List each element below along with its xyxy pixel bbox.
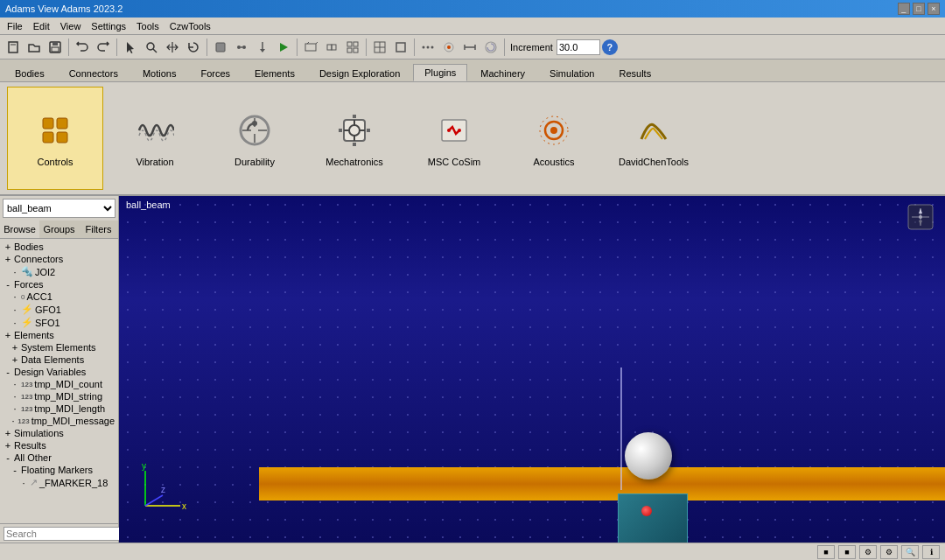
svg-point-27 (427, 46, 430, 48)
controls-label: Controls (38, 157, 74, 167)
tree-mdi-length[interactable]: · 123 tmp_MDI_length (0, 402, 118, 415)
tree-mdi-message[interactable]: · 123 tmp_MDI_message (0, 415, 118, 427)
tb-extra[interactable] (481, 38, 500, 57)
tab-motions[interactable]: Motions (131, 65, 188, 81)
title-text: Adams View Adams 2023.2 (5, 4, 122, 14)
tree-bodies[interactable]: + Bodies (0, 241, 118, 253)
tree-mdi-count[interactable]: · 123 tmp_MDI_count (0, 378, 118, 390)
tree-joi2[interactable]: · 🔩 JOI2 (0, 265, 118, 278)
ribbon-vibration[interactable]: Vibration (107, 87, 203, 190)
tb-view1[interactable] (301, 38, 320, 57)
center-block (618, 494, 688, 542)
ribbon-mechatronics[interactable]: Mechatronics (306, 87, 402, 190)
tree-gfo1[interactable]: · ⚡ GFO1 (0, 303, 118, 316)
tb-body[interactable] (211, 38, 230, 57)
svg-rect-19 (354, 42, 358, 46)
increment-input[interactable] (556, 39, 600, 55)
tb-new[interactable] (4, 38, 23, 57)
tb-grid[interactable] (370, 38, 389, 57)
tab-forces[interactable]: Forces (189, 65, 242, 81)
tb-snap[interactable] (439, 38, 458, 57)
menu-edit[interactable]: Edit (28, 19, 55, 33)
tree-data-elements[interactable]: + Data Elements (0, 354, 118, 366)
close-button[interactable]: × (928, 3, 940, 15)
tree-results[interactable]: + Results (0, 439, 118, 452)
status-btn-6[interactable]: ℹ (922, 545, 940, 559)
mechatronics-label: Mechatronics (326, 157, 382, 167)
tree-system-elements[interactable]: + System Elements (0, 341, 118, 354)
svg-rect-37 (57, 132, 67, 143)
menu-file[interactable]: File (2, 19, 28, 33)
svg-rect-18 (347, 42, 352, 46)
tree-acc1[interactable]: · 0 ACC1 (0, 290, 118, 303)
status-btn-3[interactable]: ⚙ (859, 545, 877, 559)
tb-force[interactable] (253, 38, 272, 57)
tb-undo[interactable] (73, 38, 92, 57)
panel-tab-groups[interactable]: Groups (39, 220, 79, 238)
svg-point-55 (447, 129, 451, 132)
tree-elements[interactable]: + Elements (0, 329, 118, 341)
status-btn-2[interactable]: ■ (838, 545, 856, 559)
tb-view3[interactable] (343, 38, 362, 57)
status-btn-1[interactable]: ■ (817, 545, 835, 559)
tb-redo[interactable] (94, 38, 113, 57)
tb-simulation[interactable] (274, 38, 293, 57)
tb-more1[interactable] (418, 38, 438, 57)
tb-rotate[interactable] (184, 38, 203, 57)
toolbar-sep-4 (297, 38, 298, 56)
tree-floating-markers[interactable]: - Floating Markers (0, 464, 118, 476)
svg-line-62 (145, 495, 163, 506)
acoustics-icon (533, 109, 575, 151)
viewport[interactable]: ball_beam x y z (119, 196, 945, 542)
tb-open[interactable] (24, 38, 44, 57)
search-input[interactable] (4, 527, 130, 541)
status-btn-4[interactable]: ⚙ (880, 545, 898, 559)
tab-plugins[interactable]: Plugins (413, 64, 467, 81)
tb-zoom[interactable] (142, 38, 161, 57)
tb-pan[interactable] (163, 38, 182, 57)
tb-view2[interactable] (322, 38, 341, 57)
menu-settings[interactable]: Settings (86, 19, 131, 33)
ribbon-durability[interactable]: Durability (206, 87, 303, 190)
tb-connector[interactable] (232, 38, 251, 57)
tab-results[interactable]: Results (607, 65, 662, 81)
tree-all-other[interactable]: - All Other (0, 452, 118, 464)
tb-wireframe[interactable] (391, 38, 410, 57)
tab-machinery[interactable]: Machinery (469, 65, 536, 81)
tree-design-variables[interactable]: - Design Variables (0, 366, 118, 378)
maximize-button[interactable]: □ (913, 3, 925, 15)
menu-view[interactable]: View (55, 19, 87, 33)
tree-fmarker-18[interactable]: · ↗ _FMARKER_18 (0, 476, 118, 489)
svg-point-26 (423, 46, 425, 48)
tab-elements[interactable]: Elements (243, 65, 306, 81)
status-btn-5[interactable]: 🔍 (901, 545, 919, 559)
increment-label: Increment (510, 42, 553, 52)
tb-select[interactable] (121, 38, 140, 57)
vibration-label: Vibration (136, 157, 173, 167)
tb-save[interactable] (46, 38, 65, 57)
tab-simulation[interactable]: Simulation (538, 65, 606, 81)
menu-tools[interactable]: Tools (131, 19, 164, 33)
tab-bodies[interactable]: Bodies (4, 65, 56, 81)
ribbon-controls[interactable]: Controls (7, 87, 103, 190)
menu-czwtools[interactable]: CzwTools (164, 19, 216, 33)
tree-connectors[interactable]: + Connectors (0, 253, 118, 265)
model-selector[interactable]: ball_beam (3, 199, 116, 218)
ribbon-davidchen[interactable]: DavidChenTools (606, 87, 702, 190)
ribbon-acoustics[interactable]: Acoustics (506, 87, 602, 190)
panel-tab-browse[interactable]: Browse (0, 220, 39, 238)
panel-tab-filters[interactable]: Filters (79, 220, 118, 238)
tree-simulations[interactable]: + Simulations (0, 427, 118, 439)
tb-measure[interactable] (460, 38, 480, 57)
tab-design-exploration[interactable]: Design Exploration (308, 65, 411, 81)
help-button[interactable]: ? (602, 39, 618, 55)
ribbon-msc-cosim[interactable]: MSC CoSim (406, 87, 502, 190)
minimize-button[interactable]: _ (898, 3, 910, 15)
tree-mdi-string[interactable]: · 123 tmp_MDI_string (0, 390, 118, 402)
svg-rect-36 (43, 132, 53, 143)
tab-connectors[interactable]: Connectors (58, 65, 130, 81)
svg-text:z: z (161, 485, 165, 494)
tree-forces[interactable]: - Forces (0, 278, 118, 290)
tree-sfo1[interactable]: · ⚡ SFO1 (0, 316, 118, 329)
svg-rect-17 (332, 45, 336, 50)
